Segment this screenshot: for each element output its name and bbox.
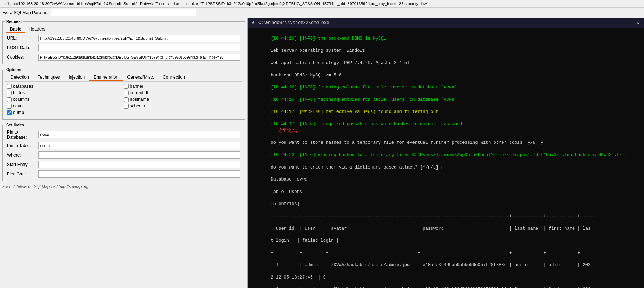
banner-checkbox[interactable] (124, 84, 129, 89)
terminal-line-19: | 1 | admin | /DVWA/hackable/users/admin… (271, 263, 591, 268)
dump-label: dump (13, 110, 24, 115)
limits-section: Set limits Pin to Database: Pin to Table… (2, 123, 245, 181)
pin-db-input[interactable] (38, 131, 240, 138)
terminal-line-3: web application technology: PHP 7.4.26, … (271, 60, 410, 66)
pin-db-label: Pin to Database: (7, 130, 36, 140)
request-section: Request Basic Headers URL: POST Data: (2, 19, 245, 64)
columns-checkbox[interactable] (7, 97, 12, 102)
tab-basic[interactable]: Basic (6, 26, 25, 33)
terminal-line-10: [16:44:22] [INFO] writing hashes to a te… (271, 153, 627, 158)
databases-label: databases (13, 84, 33, 89)
cb-banner: banner (124, 84, 241, 89)
options-tabs: Detection Techniques Injection Enumerati… (5, 73, 242, 82)
first-char-label: First Char: (7, 171, 36, 177)
pin-table-row: Pin to Table: (5, 141, 242, 150)
terminal-title: C:\Windows\system32\cmd.exe (258, 20, 615, 25)
where-input[interactable] (38, 151, 240, 159)
terminal-line-11: do you want to crack them via a dictiona… (271, 165, 444, 170)
pin-db-row: Pin to Database: (5, 129, 242, 141)
post-input[interactable] (38, 44, 240, 51)
terminal-line-14: [5 entries] (271, 201, 300, 206)
limits-legend: Set limits (5, 123, 25, 127)
banner-label: banner (130, 84, 143, 89)
terminal-line-4: back-end DBMS: MySQL >= 5.6 (271, 73, 341, 78)
terminal-line-16: | user_id | user | avatar | password | l… (271, 226, 591, 231)
extra-params-input[interactable] (51, 9, 196, 16)
tab-detection[interactable]: Detection (6, 74, 33, 81)
options-col-right: banner current db hostname schema (124, 84, 241, 115)
columns-label: columns (13, 97, 29, 102)
terminal-body[interactable]: [16:44:16] [INFO] the back-end DBMS is M… (248, 28, 644, 288)
terminal-line-2: web server operating system: Windows (271, 48, 365, 53)
cb-schema: schema (124, 103, 241, 109)
start-entry-input[interactable] (38, 161, 240, 168)
start-entry-row: Start Entry: (5, 160, 242, 169)
cb-hostname: hostname (124, 97, 241, 102)
footer-text: For full details on SQLMap visit http://… (0, 183, 247, 190)
cookies-input[interactable] (38, 54, 240, 61)
terminal-line-13: Table: users (271, 189, 302, 194)
terminal-line-17: t_login | failed_login | (271, 238, 339, 243)
terminal-maximize-button[interactable]: □ (627, 20, 632, 26)
command-bar: -u "http://192.168.20.48:80/DVWA/vulnera… (0, 0, 644, 8)
terminal-line-9: do you want to store hashes to a tempora… (271, 140, 544, 145)
pin-table-label: Pin to Table: (7, 143, 36, 148)
extra-params-row: Extra SQLMap Params: (0, 8, 644, 18)
tab-headers[interactable]: Headers (25, 26, 49, 33)
options-legend: Options (5, 67, 23, 72)
tab-techniques[interactable]: Techniques (33, 74, 64, 81)
tables-checkbox[interactable] (7, 91, 12, 95)
cb-tables: tables (7, 90, 124, 95)
terminal-line-18: +----------+---------+------------------… (271, 250, 596, 256)
terminal-titlebar: 🖥 C:\Windows\system32\cmd.exe ─ □ ✕ (248, 18, 644, 28)
first-char-row: First Char: (5, 169, 242, 179)
post-label: POST Data: (7, 45, 36, 50)
hostname-checkbox[interactable] (124, 97, 129, 102)
cb-databases: databases (7, 84, 124, 89)
terminal-minimize-button[interactable]: ─ (618, 20, 624, 26)
terminal-line-15: +----------+---------+------------------… (271, 214, 596, 219)
current-db-checkbox[interactable] (124, 91, 129, 95)
count-label: count (13, 103, 24, 109)
terminal-close-button[interactable]: ✕ (635, 20, 641, 26)
count-checkbox[interactable] (7, 104, 12, 109)
terminal-line-20: 2-12-05 18:27:45 | 0 (271, 275, 326, 280)
first-char-input[interactable] (38, 170, 240, 178)
schema-label: schema (130, 103, 145, 109)
terminal-line-5: [16:44:16] [INFO] fetching columns for t… (271, 85, 457, 90)
tab-injection[interactable]: Injection (64, 74, 89, 81)
terminal-icon: 🖥 (250, 20, 256, 26)
tables-label: tables (13, 90, 25, 95)
tab-connection[interactable]: Connection (158, 74, 189, 81)
hostname-label: hostname (130, 97, 149, 102)
url-label: URL: (7, 36, 36, 41)
cb-count: count (7, 103, 124, 109)
terminal-line-7: [16:44:17] [WARNING] reflective value(s)… (271, 109, 439, 114)
terminal-line-8: [16:44:17] [INFO] recognized possible pa… (271, 122, 465, 127)
cookies-label: Cookies: (7, 55, 36, 60)
terminal-line-12: Database: dvwa (271, 177, 308, 182)
command-text: -u "http://192.168.20.48:80/DVWA/vulnera… (2, 1, 428, 6)
start-entry-label: Start Entry: (7, 162, 36, 167)
left-panel: Request Basic Headers URL: POST Data: (0, 18, 248, 288)
cookies-row: Cookies: (5, 52, 242, 62)
tab-enumeration[interactable]: Enumeration (89, 74, 123, 81)
terminal-line-6: [16:44:16] [INFO] fetching entries for t… (271, 97, 457, 102)
cb-current-db: current db (124, 90, 241, 95)
where-row: Where: (5, 150, 242, 160)
extra-params-label: Extra SQLMap Params: (2, 10, 48, 15)
dump-checkbox[interactable] (7, 110, 12, 115)
terminal-panel: 🖥 C:\Windows\system32\cmd.exe ─ □ ✕ [16:… (248, 18, 644, 288)
schema-checkbox[interactable] (124, 104, 129, 109)
tab-general-misc[interactable]: General/Misc. (123, 74, 158, 81)
pin-table-input[interactable] (38, 142, 240, 149)
annotation-input: 这里输入y (278, 128, 298, 133)
terminal-line-1: [16:44:16] [INFO] the back-end DBMS is M… (271, 36, 386, 41)
request-tabs: Basic Headers (5, 25, 242, 33)
cb-columns: columns (7, 97, 124, 102)
databases-checkbox[interactable] (7, 84, 12, 89)
cb-dump: dump (7, 110, 124, 115)
post-row: POST Data: (5, 43, 242, 52)
options-col-left: databases tables columns count (7, 84, 124, 115)
url-input[interactable] (38, 35, 240, 42)
